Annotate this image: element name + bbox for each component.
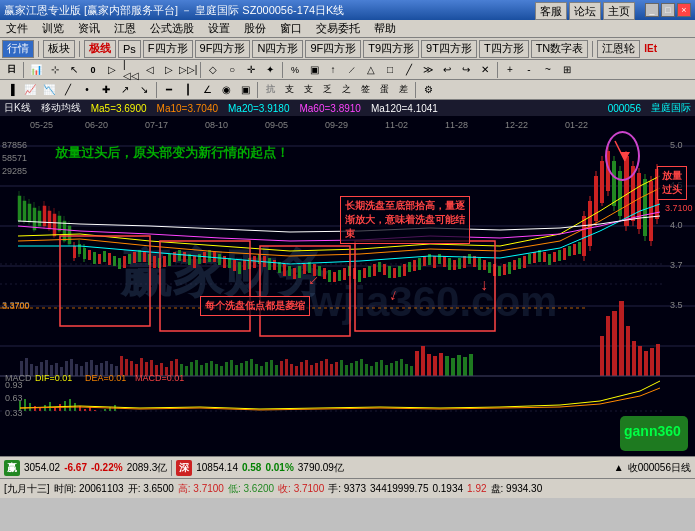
action-t4[interactable]: T四方形 bbox=[479, 40, 529, 58]
action-ps[interactable]: Ps bbox=[118, 40, 141, 58]
tb-undo[interactable]: ↩ bbox=[438, 61, 456, 79]
action-f4[interactable]: F四方形 bbox=[143, 40, 193, 58]
minimize-btn[interactable]: _ bbox=[645, 3, 659, 17]
forum-btn[interactable]: 论坛 bbox=[569, 2, 601, 20]
action-tn[interactable]: TN数字表 bbox=[531, 40, 589, 58]
home-btn[interactable]: 主页 bbox=[603, 2, 635, 20]
maximize-btn[interactable]: □ bbox=[661, 3, 675, 17]
menu-window[interactable]: 窗口 bbox=[276, 21, 306, 36]
tb-zigzag[interactable]: ⟋ bbox=[343, 61, 361, 79]
svg-rect-170 bbox=[163, 256, 166, 267]
tb-prev[interactable]: ◁ bbox=[141, 61, 159, 79]
svg-text:0.63: 0.63 bbox=[5, 393, 23, 403]
tb-diamond[interactable]: ◇ bbox=[204, 61, 222, 79]
svg-rect-110 bbox=[433, 356, 437, 376]
tb-cross[interactable]: ✛ bbox=[242, 61, 260, 79]
tb-fwd[interactable]: ▷▷| bbox=[179, 61, 197, 79]
svg-rect-160 bbox=[113, 256, 116, 266]
tb-rew[interactable]: |◁◁ bbox=[122, 61, 140, 79]
tb-line[interactable]: ╱ bbox=[400, 61, 418, 79]
tb-fan[interactable]: ≫ bbox=[419, 61, 437, 79]
close-btn[interactable]: × bbox=[677, 3, 691, 17]
svg-rect-64 bbox=[200, 365, 203, 376]
tb-tri[interactable]: △ bbox=[362, 61, 380, 79]
tb-circle[interactable]: ○ bbox=[223, 61, 241, 79]
tb-img[interactable]: 📊 bbox=[27, 61, 45, 79]
tb2-t5[interactable]: 之 bbox=[337, 81, 355, 99]
menu-browse[interactable]: 训览 bbox=[38, 21, 68, 36]
svg-rect-165 bbox=[138, 250, 141, 262]
svg-rect-72 bbox=[240, 363, 243, 376]
svg-rect-251 bbox=[568, 246, 571, 256]
menu-settings[interactable]: 设置 bbox=[204, 21, 234, 36]
index1-container: 赢 bbox=[4, 460, 20, 476]
tb2-spiral[interactable]: ◉ bbox=[217, 81, 235, 99]
tb2-square[interactable]: ▣ bbox=[236, 81, 254, 99]
tb-0[interactable]: 0 bbox=[84, 61, 102, 79]
tb2-chart1[interactable]: 📈 bbox=[21, 81, 39, 99]
action-quote[interactable]: 行情 bbox=[2, 40, 34, 58]
tb2-bar[interactable]: ▐ bbox=[2, 81, 20, 99]
tb2-t7[interactable]: 蛋 bbox=[375, 81, 393, 99]
tb2-cross[interactable]: ✚ bbox=[97, 81, 115, 99]
tb2-vline[interactable]: ┃ bbox=[179, 81, 197, 99]
action-9t[interactable]: 9T四方形 bbox=[421, 40, 477, 58]
tb-arrow[interactable]: ↖ bbox=[65, 61, 83, 79]
action-n4[interactable]: N四方形 bbox=[252, 40, 303, 58]
tb2-ruler[interactable]: ━ bbox=[160, 81, 178, 99]
tb2-chart2[interactable]: 📉 bbox=[40, 81, 58, 99]
svg-rect-242 bbox=[523, 256, 526, 268]
svg-rect-107 bbox=[415, 351, 419, 376]
tb2-t3[interactable]: 支 bbox=[299, 81, 317, 99]
menu-help[interactable]: 帮助 bbox=[370, 21, 400, 36]
tb-play[interactable]: ▷ bbox=[103, 61, 121, 79]
action-board[interactable]: 板块 bbox=[43, 40, 75, 58]
status-bar: 赢 3054.02 -6.67 -0.22% 2089.3亿 深 10854.1… bbox=[0, 456, 695, 478]
menu-trade[interactable]: 交易委托 bbox=[312, 21, 364, 36]
action-gann[interactable]: 江恩轮 bbox=[597, 40, 640, 58]
tb-box[interactable]: ▣ bbox=[305, 61, 323, 79]
tb-wave[interactable]: ~ bbox=[539, 61, 557, 79]
svg-text:01-22: 01-22 bbox=[565, 120, 588, 130]
tb2-t4[interactable]: 乏 bbox=[318, 81, 336, 99]
tb-next[interactable]: ▷ bbox=[160, 61, 178, 79]
action-t9[interactable]: T9四方形 bbox=[363, 40, 419, 58]
tb-minus[interactable]: - bbox=[520, 61, 538, 79]
tb2-down[interactable]: ↘ bbox=[135, 81, 153, 99]
svg-rect-211 bbox=[368, 266, 371, 277]
tb2-line1[interactable]: ╱ bbox=[59, 81, 77, 99]
tb-up[interactable]: ↑ bbox=[324, 61, 342, 79]
tb2-t8[interactable]: 差 bbox=[394, 81, 412, 99]
menu-formula[interactable]: 公式选股 bbox=[146, 21, 198, 36]
tb-del[interactable]: ✕ bbox=[476, 61, 494, 79]
tb-percent[interactable]: % bbox=[286, 61, 304, 79]
tb-plus[interactable]: + bbox=[501, 61, 519, 79]
tb2-angle[interactable]: ∠ bbox=[198, 81, 216, 99]
menu-gann[interactable]: 江恩 bbox=[110, 21, 140, 36]
tb2-t6[interactable]: 签 bbox=[356, 81, 374, 99]
menu-file[interactable]: 文件 bbox=[2, 21, 32, 36]
tb2-up2[interactable]: ↗ bbox=[116, 81, 134, 99]
sep3 bbox=[592, 41, 593, 57]
menu-info[interactable]: 资讯 bbox=[74, 21, 104, 36]
chart-area[interactable]: 05-25 06-20 07-17 08-10 09-05 09-29 11-0… bbox=[0, 116, 695, 456]
svg-rect-124 bbox=[644, 351, 648, 376]
tb2-dot[interactable]: • bbox=[78, 81, 96, 99]
tb-star[interactable]: ✦ bbox=[261, 61, 279, 79]
chart-svg: 05-25 06-20 07-17 08-10 09-05 09-29 11-0… bbox=[0, 116, 695, 456]
svg-rect-195 bbox=[288, 266, 291, 276]
menu-stock[interactable]: 股份 bbox=[240, 21, 270, 36]
svg-text:0.33: 0.33 bbox=[5, 408, 23, 418]
action-9f4[interactable]: 9F四方形 bbox=[195, 40, 251, 58]
tb-redo[interactable]: ↪ bbox=[457, 61, 475, 79]
tb-grid[interactable]: ⊞ bbox=[558, 61, 576, 79]
tb2-t2[interactable]: 支 bbox=[280, 81, 298, 99]
tb-day[interactable]: 日 bbox=[2, 61, 20, 79]
service-btn[interactable]: 客服 bbox=[535, 2, 567, 20]
tb-sq[interactable]: □ bbox=[381, 61, 399, 79]
tb2-settings[interactable]: ⚙ bbox=[419, 81, 437, 99]
action-9f4b[interactable]: 9F四方形 bbox=[305, 40, 361, 58]
action-jiline[interactable]: 极线 bbox=[84, 40, 116, 58]
tb2-t1[interactable]: 抗 bbox=[261, 81, 279, 99]
tb-cursor[interactable]: ⊹ bbox=[46, 61, 64, 79]
